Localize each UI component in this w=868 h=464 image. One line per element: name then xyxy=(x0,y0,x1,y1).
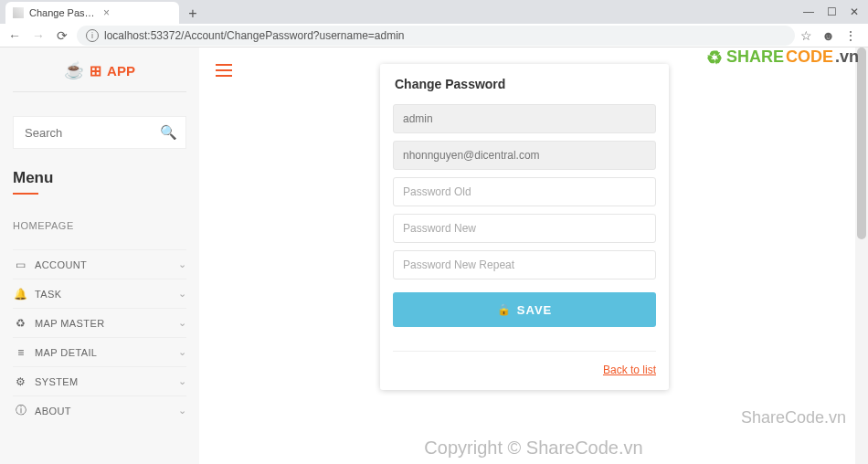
grid-icon: ⊞ xyxy=(90,62,101,79)
lock-icon: 🔒 xyxy=(497,303,512,316)
new-tab-button[interactable]: + xyxy=(183,4,203,24)
info-icon: ⓘ xyxy=(13,403,29,418)
hamburger-button[interactable] xyxy=(216,64,232,77)
chevron-down-icon: ⌄ xyxy=(178,346,186,358)
gears-icon: ⚙ xyxy=(13,375,29,388)
bell-icon: 🔔 xyxy=(13,288,29,301)
back-button[interactable]: ← xyxy=(5,26,24,45)
search-icon[interactable]: 🔍 xyxy=(160,124,177,141)
chevron-down-icon: ⌄ xyxy=(178,258,186,270)
sidebar-item-map-detail[interactable]: ≡ MAP DETAIL ⌄ xyxy=(13,337,186,366)
homepage-link[interactable]: HOMEPAGE xyxy=(13,220,186,231)
email-field xyxy=(393,141,656,170)
sidebar-item-label: ACCOUNT xyxy=(35,259,87,270)
recycle-logo-icon xyxy=(706,48,725,67)
tab-title: Change Password Page - Custon xyxy=(29,7,98,18)
app-container: ☕ ⊞ APP 🔍 Menu HOMEPAGE ▭ ACCOUNT ⌄ 🔔 TA… xyxy=(0,47,868,464)
scrollbar-thumb[interactable] xyxy=(857,47,866,239)
svg-rect-1 xyxy=(216,69,232,71)
sidebar-item-task[interactable]: 🔔 TASK ⌄ xyxy=(13,279,186,308)
coffee-icon: ☕ xyxy=(64,60,84,80)
save-button[interactable]: 🔒 SAVE xyxy=(393,292,656,327)
sidebar-item-label: SYSTEM xyxy=(35,376,79,387)
chevron-down-icon: ⌄ xyxy=(178,405,186,417)
url-text: localhost:53372/Account/ChangePassword?u… xyxy=(104,29,405,42)
card-footer: Back to list xyxy=(393,351,656,377)
sidebar-item-about[interactable]: ⓘ ABOUT ⌄ xyxy=(13,395,186,425)
sidebar-item-label: TASK xyxy=(35,289,62,300)
browser-chrome: Change Password Page - Custon × + — ☐ ✕ … xyxy=(0,0,868,47)
chevron-down-icon: ⌄ xyxy=(178,317,186,329)
watermark-center: Copyright © ShareCode.vn xyxy=(424,438,642,459)
url-field[interactable]: i localhost:53372/Account/ChangePassword… xyxy=(77,26,795,46)
address-bar: ← → ⟳ i localhost:53372/Account/ChangePa… xyxy=(0,24,868,47)
sidebar-item-label: MAP MASTER xyxy=(35,318,105,329)
menu-heading: Menu xyxy=(13,169,186,187)
list-icon: ≡ xyxy=(13,346,29,359)
profile-icon[interactable]: ☻ xyxy=(821,28,835,43)
site-info-icon[interactable]: i xyxy=(86,29,99,42)
minimize-icon[interactable]: — xyxy=(803,5,814,18)
menu-underline xyxy=(13,193,38,195)
window-controls: — ☐ ✕ xyxy=(803,5,868,24)
svg-rect-0 xyxy=(216,64,232,66)
star-icon[interactable]: ☆ xyxy=(800,28,812,43)
save-label: SAVE xyxy=(517,303,552,317)
back-to-list-link[interactable]: Back to list xyxy=(603,364,656,376)
sidebar: ☕ ⊞ APP 🔍 Menu HOMEPAGE ▭ ACCOUNT ⌄ 🔔 TA… xyxy=(0,47,199,464)
chevron-down-icon: ⌄ xyxy=(178,288,186,300)
chevron-down-icon: ⌄ xyxy=(178,375,186,387)
tab-bar: Change Password Page - Custon × + — ☐ ✕ xyxy=(0,0,868,24)
sidebar-item-account[interactable]: ▭ ACCOUNT ⌄ xyxy=(13,249,186,279)
watermark-side: ShareCode.vn xyxy=(741,408,846,427)
svg-rect-2 xyxy=(216,75,232,77)
favicon-icon xyxy=(13,7,24,18)
app-logo[interactable]: ☕ ⊞ APP xyxy=(13,60,186,92)
sidebar-item-map-master[interactable]: ♻ MAP MASTER ⌄ xyxy=(13,308,186,337)
search-wrap: 🔍 xyxy=(13,116,186,149)
tab-close-icon[interactable]: × xyxy=(103,6,172,19)
kebab-menu-icon[interactable]: ⋮ xyxy=(844,28,857,43)
main-content: Change Password 🔒 SAVE Back to list Shar… xyxy=(199,47,868,464)
app-name: APP xyxy=(107,63,135,79)
watermark-logo: SHARECODE.vn xyxy=(706,47,859,67)
sidebar-item-system[interactable]: ⚙ SYSTEM ⌄ xyxy=(13,366,186,395)
card-icon: ▭ xyxy=(13,258,29,271)
card-title: Change Password xyxy=(393,77,656,91)
username-field xyxy=(393,104,656,133)
maximize-icon[interactable]: ☐ xyxy=(827,5,837,18)
browser-tab[interactable]: Change Password Page - Custon × xyxy=(5,2,179,24)
recycle-icon: ♻ xyxy=(13,317,29,330)
sidebar-item-label: ABOUT xyxy=(35,406,71,417)
scrollbar-track[interactable] xyxy=(855,47,868,464)
reload-button[interactable]: ⟳ xyxy=(53,26,71,45)
forward-button[interactable]: → xyxy=(29,26,48,45)
password-repeat-field[interactable] xyxy=(393,250,656,279)
change-password-card: Change Password 🔒 SAVE Back to list xyxy=(380,64,669,390)
password-old-field[interactable] xyxy=(393,177,656,206)
password-new-field[interactable] xyxy=(393,214,656,243)
close-window-icon[interactable]: ✕ xyxy=(850,5,859,18)
sidebar-item-label: MAP DETAIL xyxy=(35,347,97,358)
